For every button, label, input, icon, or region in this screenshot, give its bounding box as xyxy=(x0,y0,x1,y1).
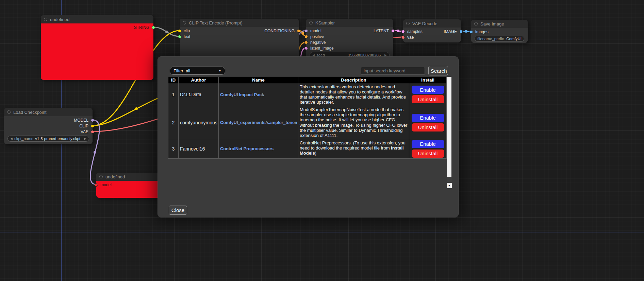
header-id: ID xyxy=(168,77,179,83)
link-midpoint-dot xyxy=(165,31,168,33)
node-undefined-bottom[interactable]: undefined model xyxy=(96,173,163,198)
input-port-negative[interactable] xyxy=(304,41,308,44)
scroll-down-button[interactable]: ▼ xyxy=(447,183,452,188)
canvas-axis-horizontal xyxy=(0,232,644,232)
uninstall-button[interactable]: Uninstall xyxy=(412,95,444,103)
extension-link[interactable]: ComfyUI Impact Pack xyxy=(220,92,297,97)
filename-prefix-value[interactable]: ComfyUI xyxy=(506,37,522,41)
output-port-string[interactable] xyxy=(152,26,155,29)
filter-select-value: Filter: all xyxy=(174,68,190,73)
node-title-bar[interactable]: VAE Decode xyxy=(403,19,461,28)
input-port-model[interactable] xyxy=(304,29,308,33)
enable-button[interactable]: Enable xyxy=(412,140,444,148)
ckpt-name-widget[interactable]: ◀ ckpt_name v1-5-pruned-emaonly.ckpt ▶ xyxy=(7,136,89,142)
input-port-clip[interactable] xyxy=(178,29,181,33)
cell-description: ModelSamplerTonemapNoiseTest a node that… xyxy=(298,106,409,139)
output-port-image[interactable] xyxy=(459,30,463,33)
input-label-clip: clip xyxy=(184,29,190,33)
node-title: Save Image xyxy=(480,21,504,27)
filename-prefix-widget[interactable]: filename_prefix ComfyUI xyxy=(475,36,524,42)
node-title-bar[interactable]: Load Checkpoint xyxy=(4,108,93,116)
node-body: model xyxy=(96,181,163,198)
collapse-dot-icon[interactable] xyxy=(99,175,103,178)
node-save-image[interactable]: Save Image images filename_prefix ComfyU… xyxy=(471,20,528,43)
input-label-text: text xyxy=(184,34,190,39)
custom-nodes-manager-dialog: Filter: all ▼ Search ID Author Name Desc… xyxy=(158,56,459,217)
node-title-bar[interactable]: Save Image xyxy=(471,20,528,28)
scrollbar[interactable]: ▼ xyxy=(447,77,452,188)
table-row: 3 Fannovel16 ControlNet Preprocessors Co… xyxy=(168,139,447,158)
cell-id: 2 xyxy=(168,106,179,139)
input-port-samples[interactable] xyxy=(401,30,405,33)
input-label-images: images xyxy=(475,30,489,34)
collapse-dot-icon[interactable] xyxy=(183,21,186,24)
scroll-down-icon: ▼ xyxy=(448,184,451,187)
collapse-dot-icon[interactable] xyxy=(309,21,313,24)
input-port-vae[interactable] xyxy=(401,36,405,39)
header-install: Install xyxy=(409,77,447,83)
node-body: MODEL CLIP VAE ◀ ckpt_name v1-5-pruned-e… xyxy=(4,116,93,144)
uninstall-button[interactable]: Uninstall xyxy=(412,150,444,158)
enable-button[interactable]: Enable xyxy=(412,86,444,94)
extension-link[interactable]: ControlNet Preprocessors xyxy=(220,146,297,151)
link-midpoint-dot xyxy=(465,30,467,33)
enable-button[interactable]: Enable xyxy=(412,114,444,122)
ckpt-name-label: ckpt_name xyxy=(14,137,33,141)
node-body: images filename_prefix ComfyUI xyxy=(471,28,528,43)
extension-link[interactable]: ComfyUI_experiments/sampler_tonemap xyxy=(220,120,297,125)
search-button[interactable]: Search xyxy=(428,66,448,75)
table-row: 1 Dr.Lt.Data ComfyUI Impact Pack This ex… xyxy=(168,83,447,106)
header-author: Author xyxy=(179,77,219,83)
cell-author: comfyanonymous xyxy=(179,106,219,139)
filename-prefix-label: filename_prefix xyxy=(477,37,504,41)
node-title: VAE Decode xyxy=(412,21,437,26)
collapse-dot-icon[interactable] xyxy=(474,22,478,25)
scrollbar-thumb[interactable] xyxy=(447,77,451,177)
output-port-model[interactable] xyxy=(91,119,94,122)
header-name: Name xyxy=(219,77,298,83)
node-title-bar[interactable]: KSampler xyxy=(306,19,393,27)
node-title-bar[interactable]: undefined xyxy=(41,15,153,23)
link-midpoint-dot xyxy=(135,107,138,110)
description-suffix-text: ) xyxy=(315,151,316,156)
cell-id: 1 xyxy=(168,83,179,106)
node-title-bar[interactable]: undefined xyxy=(96,173,163,181)
output-label-conditioning: CONDITIONING xyxy=(264,29,295,33)
node-body: STRING xyxy=(41,23,153,80)
cell-install: Enable Uninstall xyxy=(409,83,447,106)
cell-author: Fannovel16 xyxy=(179,139,219,158)
output-label-image: IMAGE xyxy=(444,29,457,34)
cell-description: ControlNet Preprocessors. (To use this e… xyxy=(298,139,409,158)
output-port-vae[interactable] xyxy=(91,130,94,134)
input-port-model[interactable] xyxy=(95,183,98,187)
input-port-positive[interactable] xyxy=(304,35,308,38)
input-port-text[interactable] xyxy=(178,35,181,38)
collapse-dot-icon[interactable] xyxy=(7,110,11,114)
node-title: KSampler xyxy=(315,20,335,25)
input-label-vae: vae xyxy=(407,35,414,40)
filter-select[interactable]: Filter: all ▼ xyxy=(170,67,225,75)
output-port-conditioning[interactable] xyxy=(297,29,300,33)
node-vae-decode[interactable]: VAE Decode samples IMAGE vae xyxy=(403,19,461,42)
collapse-dot-icon[interactable] xyxy=(406,22,410,25)
output-port-latent[interactable] xyxy=(391,29,395,33)
node-load-checkpoint[interactable]: Load Checkpoint MODEL CLIP VAE ◀ ckpt_na… xyxy=(4,108,93,144)
input-port-images[interactable] xyxy=(469,30,473,34)
uninstall-button[interactable]: Uninstall xyxy=(412,123,444,131)
output-port-clip[interactable] xyxy=(91,124,94,128)
input-port-latent-image[interactable] xyxy=(304,47,308,50)
output-label-clip: CLIP xyxy=(79,124,88,128)
chevron-down-icon: ▼ xyxy=(218,69,221,72)
collapse-dot-icon[interactable] xyxy=(44,18,47,21)
node-undefined-top[interactable]: undefined STRING xyxy=(41,15,153,80)
cell-name: ControlNet Preprocessors xyxy=(219,139,298,158)
search-input[interactable] xyxy=(361,67,425,75)
node-title: Load Checkpoint xyxy=(13,110,47,115)
node-title-bar[interactable]: CLIP Text Encode (Prompt) xyxy=(180,19,299,27)
prev-arrow-icon[interactable]: ◀ xyxy=(10,137,13,140)
input-label-negative: negative xyxy=(310,40,326,45)
node-title: undefined xyxy=(105,174,125,179)
next-arrow-icon[interactable]: ▶ xyxy=(84,137,86,140)
ckpt-name-value[interactable]: v1-5-pruned-emaonly.ckpt xyxy=(35,137,80,141)
close-button[interactable]: Close xyxy=(169,206,187,215)
